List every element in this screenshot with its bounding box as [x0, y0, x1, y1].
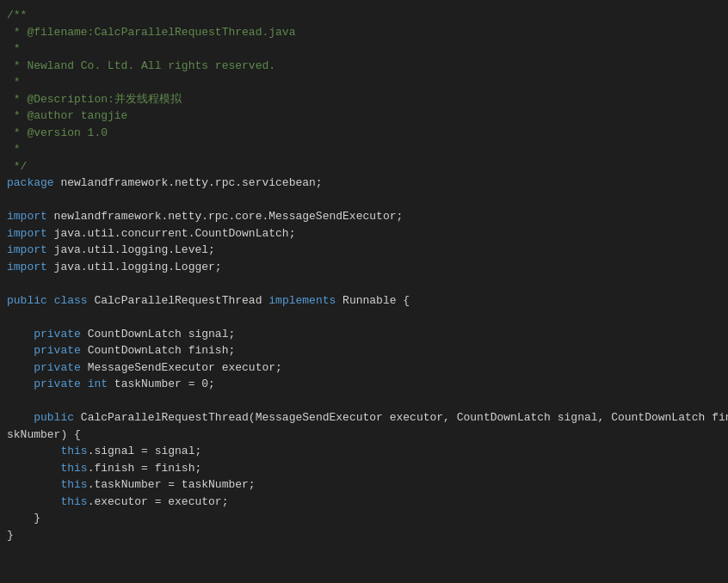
- code-line: private int taskNumber = 0;: [0, 376, 728, 393]
- code-line: public class CalcParallelRequestThread i…: [0, 292, 728, 310]
- code-line: * @author tangjie: [0, 107, 728, 125]
- line-content: * Newland Co. Ltd. All rights reserved.: [7, 58, 721, 75]
- line-content: [7, 275, 721, 292]
- line-content: }: [7, 510, 721, 527]
- line-content: *: [7, 74, 721, 91]
- code-line: [0, 275, 728, 292]
- line-content: public class CalcParallelRequestThread i…: [7, 292, 721, 310]
- code-line: * Newland Co. Ltd. All rights reserved.: [0, 58, 728, 75]
- code-line: public CalcParallelRequestThread(Message…: [0, 409, 728, 427]
- line-content: */: [7, 158, 721, 175]
- line-content: * @filename:CalcParallelRequestThread.ja…: [7, 24, 721, 41]
- code-line: *: [0, 74, 728, 91]
- line-content: import java.util.logging.Logger;: [7, 259, 721, 276]
- line-content: package newlandframework.netty.rpc.servi…: [7, 175, 721, 192]
- code-line: private CountDownLatch signal;: [0, 326, 728, 343]
- line-content: this.executor = executor;: [7, 494, 721, 511]
- line-content: import java.util.concurrent.CountDownLat…: [7, 225, 721, 242]
- code-line: import newlandframework.netty.rpc.core.M…: [0, 208, 728, 225]
- code-line: this.finish = finish;: [0, 460, 728, 477]
- line-content: this.finish = finish;: [7, 460, 721, 477]
- line-content: }: [7, 527, 721, 544]
- code-line: private MessageSendExecutor executor;: [0, 359, 728, 377]
- code-line: * @version 1.0: [0, 125, 728, 142]
- code-line: skNumber) {: [0, 427, 728, 444]
- line-content: * @Description:并发线程模拟: [7, 91, 721, 108]
- code-line: this.signal = signal;: [0, 443, 728, 460]
- code-line: }: [0, 510, 728, 527]
- line-content: private MessageSendExecutor executor;: [7, 359, 721, 377]
- code-line: import java.util.concurrent.CountDownLat…: [0, 225, 728, 242]
- line-content: skNumber) {: [7, 427, 721, 444]
- code-line: [0, 393, 728, 410]
- line-content: this.taskNumber = taskNumber;: [7, 476, 721, 494]
- code-line: }: [0, 527, 728, 544]
- code-line: * @Description:并发线程模拟: [0, 91, 728, 108]
- line-content: /**: [7, 7, 721, 24]
- code-line: [0, 309, 728, 326]
- line-content: * @version 1.0: [7, 125, 721, 142]
- line-content: [7, 309, 721, 326]
- line-content: import newlandframework.netty.rpc.core.M…: [7, 208, 721, 225]
- line-content: private CountDownLatch finish;: [7, 342, 721, 359]
- line-content: *: [7, 141, 721, 158]
- code-editor: /** * @filename:CalcParallelRequestThrea…: [0, 0, 728, 583]
- code-line: */: [0, 158, 728, 175]
- line-content: private int taskNumber = 0;: [7, 376, 721, 393]
- line-content: [7, 393, 721, 410]
- code-line: this.taskNumber = taskNumber;: [0, 476, 728, 494]
- code-line: /**: [0, 7, 728, 24]
- line-content: public CalcParallelRequestThread(Message…: [7, 409, 728, 427]
- line-content: * @author tangjie: [7, 107, 721, 125]
- code-line: import java.util.logging.Level;: [0, 242, 728, 259]
- line-content: this.signal = signal;: [7, 443, 721, 460]
- code-line: *: [0, 141, 728, 158]
- code-line: *: [0, 40, 728, 58]
- line-content: import java.util.logging.Level;: [7, 242, 721, 259]
- code-line: private CountDownLatch finish;: [0, 342, 728, 359]
- line-content: private CountDownLatch signal;: [7, 326, 721, 343]
- line-content: *: [7, 40, 721, 58]
- code-line: import java.util.logging.Logger;: [0, 259, 728, 276]
- code-line: * @filename:CalcParallelRequestThread.ja…: [0, 24, 728, 41]
- code-line: [0, 192, 728, 209]
- code-line: this.executor = executor;: [0, 494, 728, 511]
- line-content: [7, 192, 721, 209]
- code-line: package newlandframework.netty.rpc.servi…: [0, 175, 728, 192]
